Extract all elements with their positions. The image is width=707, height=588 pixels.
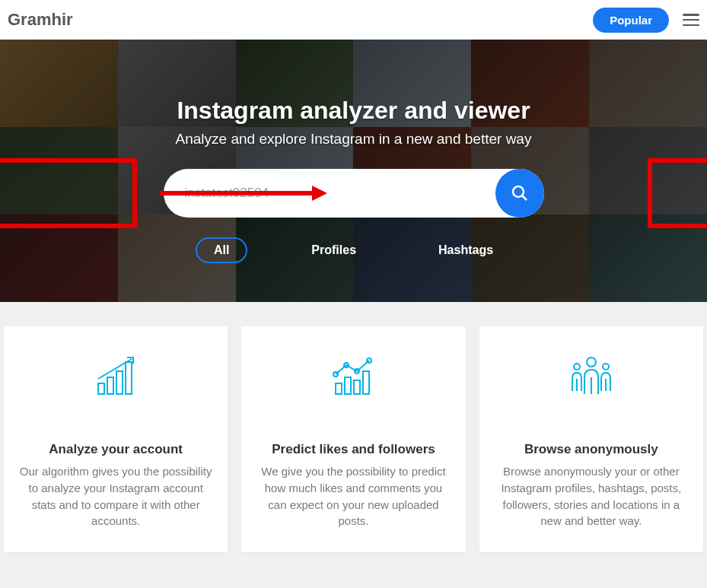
card-title: Analyze your account <box>19 442 212 457</box>
popular-button[interactable]: Popular <box>593 8 669 33</box>
search-icon <box>511 184 529 202</box>
svg-line-3 <box>522 195 527 200</box>
hero-title: Instagram analyzer and viewer <box>0 97 707 125</box>
svg-rect-10 <box>354 380 360 394</box>
svg-rect-11 <box>363 371 369 394</box>
card-predict: Predict likes and followers We give you … <box>241 326 465 552</box>
people-icon <box>495 354 688 399</box>
hero-subtitle: Analyze and explore Instagram in a new a… <box>0 131 707 148</box>
header: Gramhir Popular <box>0 0 707 40</box>
card-browse: Browse anonymously Browse anonymously yo… <box>479 326 703 552</box>
search-button[interactable] <box>495 169 544 218</box>
chart-growth-icon <box>19 354 212 399</box>
svg-point-18 <box>603 364 609 370</box>
card-analyze: Analyze your account Our algorithm gives… <box>4 326 228 552</box>
svg-rect-6 <box>116 371 123 394</box>
filter-hashtags[interactable]: Hashtags <box>420 237 511 263</box>
annotation-box-input <box>0 158 137 228</box>
search-bar <box>0 169 707 218</box>
annotation-box-button <box>648 158 707 228</box>
chart-predict-icon <box>256 354 450 399</box>
filter-all[interactable]: All <box>196 237 247 263</box>
menu-icon[interactable] <box>683 14 699 26</box>
svg-point-17 <box>574 364 580 370</box>
svg-rect-8 <box>336 383 342 394</box>
svg-rect-7 <box>126 362 132 394</box>
logo[interactable]: Gramhir <box>8 10 73 30</box>
filter-profiles[interactable]: Profiles <box>293 237 374 263</box>
card-title: Predict likes and followers <box>256 442 450 457</box>
filter-tabs: All Profiles Hashtags <box>0 237 707 263</box>
svg-rect-5 <box>107 377 113 394</box>
feature-cards: Analyze your account Our algorithm gives… <box>0 302 707 567</box>
search-input[interactable] <box>185 186 495 201</box>
header-right: Popular <box>593 8 699 33</box>
card-text: We give you the possibility to predict h… <box>256 463 450 529</box>
svg-rect-9 <box>345 377 351 394</box>
svg-rect-4 <box>98 383 104 394</box>
hero: Instagram analyzer and viewer Analyze an… <box>0 40 707 302</box>
svg-point-2 <box>513 186 524 197</box>
card-text: Our algorithm gives you the possibility … <box>19 463 212 529</box>
card-text: Browse anonymously your or other Instagr… <box>495 463 688 529</box>
card-title: Browse anonymously <box>495 442 688 457</box>
svg-point-16 <box>587 358 596 367</box>
